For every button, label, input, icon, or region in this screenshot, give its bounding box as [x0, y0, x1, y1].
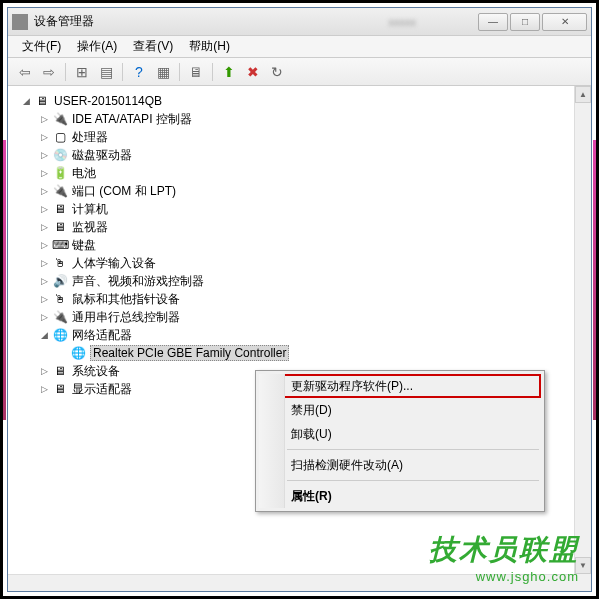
node-label: 显示适配器: [72, 381, 132, 398]
menu-file[interactable]: 文件(F): [14, 38, 69, 55]
tree-node[interactable]: ▷▢处理器: [38, 128, 587, 146]
list-icon: ▤: [100, 64, 113, 80]
device-category-icon: 🔌: [52, 183, 68, 199]
device-tree: ◢ 🖥 USER-20150114QB ▷🔌IDE ATA/ATAPI 控制器▷…: [8, 86, 591, 591]
node-label: 人体学输入设备: [72, 255, 156, 272]
view-button-1[interactable]: ⊞: [71, 61, 93, 83]
expander-icon[interactable]: ◢: [20, 95, 32, 107]
window-title: 设备管理器: [34, 13, 389, 30]
context-menu-item[interactable]: 扫描检测硬件改动(A): [259, 453, 541, 477]
refresh-button[interactable]: ↻: [266, 61, 288, 83]
root-label: USER-20150114QB: [54, 94, 162, 108]
device-category-icon: 🔌: [52, 111, 68, 127]
node-label: 计算机: [72, 201, 108, 218]
expander-icon[interactable]: ▷: [38, 113, 50, 125]
details-button[interactable]: ▦: [152, 61, 174, 83]
expander-icon[interactable]: ▷: [38, 203, 50, 215]
device-category-icon: 🖱: [52, 291, 68, 307]
forward-icon: ⇨: [43, 64, 55, 80]
node-label: 电池: [72, 165, 96, 182]
tree-node[interactable]: ▷🖥计算机: [38, 200, 587, 218]
menubar: 文件(F) 操作(A) 查看(V) 帮助(H): [8, 36, 591, 58]
expander-icon[interactable]: ▷: [38, 221, 50, 233]
watermark-text: 技术员联盟: [429, 531, 579, 569]
expander-icon[interactable]: ▷: [38, 167, 50, 179]
watermark: 技术员联盟 www.jsgho.com: [429, 531, 579, 584]
help-button[interactable]: ?: [128, 61, 150, 83]
computer-icon: 🖥: [34, 93, 50, 109]
tree-children: 🌐Realtek PCIe GBE Family Controller: [38, 344, 587, 362]
close-button[interactable]: ✕: [542, 13, 587, 31]
tree-node[interactable]: ▷🖱人体学输入设备: [38, 254, 587, 272]
tree-node[interactable]: ▷🖥监视器: [38, 218, 587, 236]
root-node[interactable]: ◢ 🖥 USER-20150114QB: [20, 92, 587, 110]
separator: [122, 63, 123, 81]
blurred-text: xxxxx: [389, 16, 417, 28]
node-label: 监视器: [72, 219, 108, 236]
vertical-scrollbar[interactable]: ▲ ▼: [574, 86, 591, 591]
expander-icon[interactable]: ▷: [38, 365, 50, 377]
context-menu-item[interactable]: 属性(R): [259, 484, 541, 508]
uninstall-button[interactable]: ✖: [242, 61, 264, 83]
grid-icon: ⊞: [76, 64, 88, 80]
tree-leaf-node[interactable]: 🌐Realtek PCIe GBE Family Controller: [56, 344, 587, 362]
expander-icon[interactable]: ▷: [38, 149, 50, 161]
device-category-icon: ⌨: [52, 237, 68, 253]
expander-icon[interactable]: ▷: [38, 293, 50, 305]
context-menu-gutter: [259, 374, 285, 508]
expander-icon[interactable]: ▷: [38, 185, 50, 197]
tree-node[interactable]: ▷💿磁盘驱动器: [38, 146, 587, 164]
tree-root: ◢ 🖥 USER-20150114QB ▷🔌IDE ATA/ATAPI 控制器▷…: [12, 92, 587, 398]
separator: [212, 63, 213, 81]
device-category-icon: 🖱: [52, 255, 68, 271]
device-category-icon: 💿: [52, 147, 68, 163]
device-category-icon: 🖥: [52, 201, 68, 217]
menu-view[interactable]: 查看(V): [125, 38, 181, 55]
expander-icon[interactable]: ▷: [38, 257, 50, 269]
titlebar[interactable]: 设备管理器 xxxxx — □ ✕: [8, 8, 591, 36]
maximize-button[interactable]: □: [510, 13, 540, 31]
expander-icon[interactable]: ▷: [38, 239, 50, 251]
minimize-button[interactable]: —: [478, 13, 508, 31]
context-menu-item[interactable]: 卸载(U): [259, 422, 541, 446]
tree-node[interactable]: ▷🔊声音、视频和游戏控制器: [38, 272, 587, 290]
tree-children: ▷🔌IDE ATA/ATAPI 控制器▷▢处理器▷💿磁盘驱动器▷🔋电池▷🔌端口 …: [20, 110, 587, 398]
update-button[interactable]: ⬆: [218, 61, 240, 83]
node-label: 通用串行总线控制器: [72, 309, 180, 326]
expander-icon[interactable]: ▷: [38, 131, 50, 143]
tree-node[interactable]: ◢🌐网络适配器: [38, 326, 587, 344]
context-menu-item[interactable]: 更新驱动程序软件(P)...: [259, 374, 541, 398]
context-menu-separator: [287, 449, 539, 450]
scan-button[interactable]: 🖥: [185, 61, 207, 83]
device-category-icon: 🖥: [52, 381, 68, 397]
expander-icon[interactable]: ▷: [38, 275, 50, 287]
forward-button[interactable]: ⇨: [38, 61, 60, 83]
refresh-icon: ↻: [271, 64, 283, 80]
node-label: 声音、视频和游戏控制器: [72, 273, 204, 290]
device-category-icon: ▢: [52, 129, 68, 145]
tree-node[interactable]: ▷🖱鼠标和其他指针设备: [38, 290, 587, 308]
decoration-right: [593, 140, 596, 420]
expander-icon[interactable]: ▷: [38, 311, 50, 323]
tree-node[interactable]: ▷🔌IDE ATA/ATAPI 控制器: [38, 110, 587, 128]
node-label: Realtek PCIe GBE Family Controller: [90, 345, 289, 361]
back-icon: ⇦: [19, 64, 31, 80]
view-button-2[interactable]: ▤: [95, 61, 117, 83]
back-button[interactable]: ⇦: [14, 61, 36, 83]
menu-action[interactable]: 操作(A): [69, 38, 125, 55]
tree-node[interactable]: ▷🔋电池: [38, 164, 587, 182]
tree-node[interactable]: ▷🔌通用串行总线控制器: [38, 308, 587, 326]
network-adapter-icon: 🌐: [70, 345, 86, 361]
uninstall-icon: ✖: [247, 64, 259, 80]
decoration-left: [3, 140, 6, 420]
tree-node[interactable]: ▷🔌端口 (COM 和 LPT): [38, 182, 587, 200]
update-icon: ⬆: [223, 64, 235, 80]
context-menu-item[interactable]: 禁用(D): [259, 398, 541, 422]
tree-node[interactable]: ▷⌨键盘: [38, 236, 587, 254]
help-icon: ?: [135, 64, 143, 80]
scroll-up-arrow[interactable]: ▲: [575, 86, 591, 103]
node-label: IDE ATA/ATAPI 控制器: [72, 111, 192, 128]
menu-help[interactable]: 帮助(H): [181, 38, 238, 55]
expander-icon[interactable]: ▷: [38, 383, 50, 395]
expander-icon[interactable]: ◢: [38, 329, 50, 341]
